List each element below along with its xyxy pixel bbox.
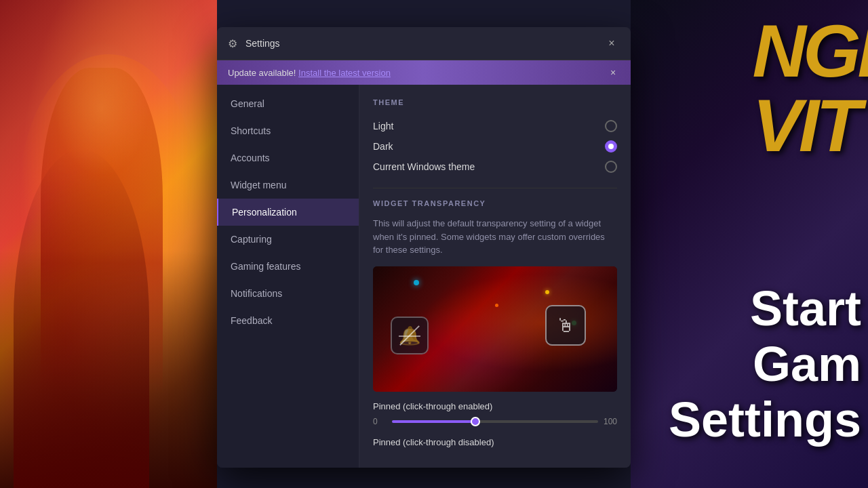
settings-window: ⚙ Settings × Update available! Install t… [217,27,631,468]
pinned-enabled-slider[interactable] [392,420,598,423]
sidebar-item-capturing[interactable]: Capturing [217,226,359,253]
sidebar-item-general[interactable]: General [217,90,359,117]
slider-max-label: 100 [604,417,617,426]
transparency-section-label: WIDGET TRANSPARENCY [373,199,617,207]
pinned-disabled-label: Pinned (click-through disabled) [373,437,617,447]
theme-radio-dark[interactable] [605,140,617,152]
sidebar-item-shortcuts[interactable]: Shortcuts [217,117,359,144]
theme-option-windows[interactable]: Current Windows theme [373,157,617,177]
theme-radio-windows[interactable] [605,161,617,173]
banner-close-button[interactable]: × [606,66,620,79]
theme-option-dark[interactable]: Dark [373,136,617,157]
window-close-button[interactable]: × [604,35,620,52]
sidebar-item-accounts[interactable]: Accounts [217,144,359,171]
section-divider [373,188,617,188]
update-banner-text: Update available! Install the latest ver… [228,68,606,78]
update-banner: Update available! Install the latest ver… [217,60,631,85]
theme-section-label: THEME [373,98,617,106]
sidebar-item-notifications[interactable]: Notifications [217,280,359,307]
sidebar-item-feedback[interactable]: Feedback [217,307,359,334]
transparency-description: This will adjust the default transparenc… [373,217,617,257]
pinned-enabled-slider-container: 0 100 [373,417,617,426]
sidebar-item-gaming-features[interactable]: Gaming features [217,253,359,280]
widget-active-icon: 🖱 [556,314,575,337]
settings-icon: ⚙ [228,37,240,49]
background-left [0,0,217,488]
slider-min-label: 0 [373,417,387,426]
theme-radio-light[interactable] [605,120,617,132]
game-title-bottom: Start Gam Settings [631,281,861,447]
sidebar-item-personalization[interactable]: Personalization [217,199,359,226]
sidebar: General Shortcuts Accounts Widget menu P… [217,85,359,468]
right-panel: THEME Light Dark Current Windows theme W… [359,85,631,468]
preview-icons: 🔔 🖱 [373,266,617,392]
window-title: Settings [245,38,604,49]
main-content: General Shortcuts Accounts Widget menu P… [217,85,631,468]
background-right: NGI VIT Start Gam Settings [631,0,868,488]
pinned-enabled-label: Pinned (click-through enabled) [373,401,617,411]
game-title-top: NGI VIT [752,14,868,163]
transparency-preview: 🔔 🖱 [373,266,617,392]
title-bar: ⚙ Settings × [217,27,631,60]
sidebar-item-widget-menu[interactable]: Widget menu [217,171,359,199]
theme-option-light[interactable]: Light [373,116,617,136]
install-update-link[interactable]: Install the latest version [298,68,391,78]
